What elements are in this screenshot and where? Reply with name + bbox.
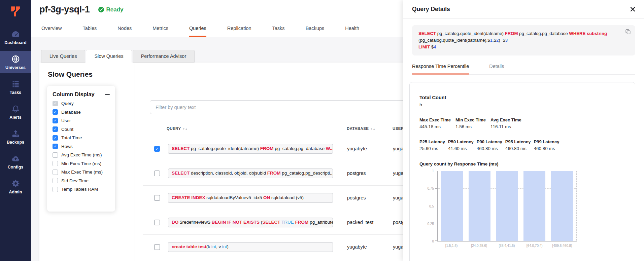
- query-details-panel: Query Details SELECT pg_catalog.quote_id…: [403, 0, 644, 261]
- y-tick-mark: [435, 188, 437, 189]
- checkbox[interactable]: [53, 170, 58, 175]
- column-header-query[interactable]: QUERY▼▲: [167, 126, 188, 130]
- exec-stat: Min Exec Time1.56 ms: [455, 117, 486, 129]
- query-cell[interactable]: SELECT pg_catalog.quote_ident(datname) F…: [168, 144, 333, 154]
- chart-bar[interactable]: [551, 171, 573, 241]
- column-option-max-exec-time-ms-[interactable]: Max Exec Time (ms): [53, 170, 110, 175]
- checkbox[interactable]: ✓: [53, 118, 58, 123]
- row-checkbox[interactable]: [154, 195, 160, 201]
- sort-icon[interactable]: ▼▲: [370, 127, 375, 130]
- total-count-value: 5: [419, 102, 621, 107]
- collapse-icon[interactable]: [105, 94, 110, 95]
- checkbox[interactable]: ✓: [53, 101, 58, 106]
- column-option-avg-exec-time-ms-[interactable]: Avg Exec Time (ms): [53, 152, 110, 158]
- tab-replication[interactable]: Replication: [227, 19, 251, 37]
- sidebar: DashboardUniversesTasksAlertsBackupsConf…: [0, 0, 31, 261]
- checkbox[interactable]: ✓: [53, 126, 58, 132]
- row-checkbox[interactable]: ✓: [154, 146, 160, 152]
- subtab-performance-advisor[interactable]: Performance Advisor: [133, 50, 195, 63]
- query-cell[interactable]: DO $redefineview$ BEGIN IF NOT EXISTS (S…: [168, 218, 333, 227]
- sql-line: (pg_catalog.quote_ident(datname),$1,$2)=…: [418, 37, 620, 44]
- tab-nodes[interactable]: Nodes: [117, 19, 132, 37]
- column-option-label: Database: [61, 110, 81, 115]
- checkbox[interactable]: ✓: [53, 109, 58, 115]
- x-tick-label: [1.5,1.6): [440, 244, 463, 248]
- panel-tab-response-time-percentile[interactable]: Response Time Percentile: [412, 64, 469, 75]
- sidebar-item-alerts[interactable]: Alerts: [0, 101, 31, 123]
- chart-bar[interactable]: [441, 171, 463, 241]
- database-cell: postgres: [347, 171, 393, 176]
- y-tick-label: 0.5: [419, 204, 434, 208]
- chart-bar[interactable]: [469, 171, 491, 241]
- chart-bar[interactable]: [523, 171, 546, 241]
- sidebar-item-configs[interactable]: Configs: [0, 151, 31, 173]
- checkbox[interactable]: ✓: [53, 144, 58, 149]
- sort-icon[interactable]: ▼▲: [182, 127, 188, 130]
- y-tick-mark: [435, 206, 437, 206]
- exec-stat: Max Exec Time445.18 ms: [419, 117, 451, 129]
- database-cell: postgres: [347, 195, 393, 200]
- panel-tab-details[interactable]: Details: [489, 64, 504, 75]
- sidebar-item-dashboard[interactable]: Dashboard: [0, 26, 31, 48]
- tab-backups[interactable]: Backups: [306, 19, 325, 37]
- checkbox[interactable]: [53, 152, 58, 158]
- checkbox[interactable]: [53, 187, 58, 192]
- tasks-icon: [1, 79, 30, 88]
- sidebar-nav: DashboardUniversesTasksAlertsBackupsConf…: [0, 26, 31, 197]
- sidebar-item-label: Dashboard: [1, 40, 30, 45]
- column-option-temp-tables-ram[interactable]: Temp Tables RAM: [53, 187, 110, 192]
- column-option-label: Avg Exec Time (ms): [61, 152, 102, 157]
- y-tick-mark: [435, 171, 437, 171]
- chart-bar[interactable]: [496, 171, 518, 241]
- close-icon[interactable]: [630, 7, 635, 12]
- row-checkbox[interactable]: [154, 244, 160, 250]
- column-option-count[interactable]: ✓Count: [53, 126, 110, 132]
- subtab-slow-queries[interactable]: Slow Queries: [86, 50, 132, 63]
- column-option-user[interactable]: ✓User: [53, 118, 110, 123]
- row-checkbox[interactable]: [154, 171, 160, 176]
- column-option-rows[interactable]: ✓Rows: [53, 144, 110, 149]
- tab-queries[interactable]: Queries: [189, 19, 206, 37]
- sidebar-item-universes[interactable]: Universes: [0, 51, 31, 73]
- percentile-card: Total Count 5 Max Exec Time445.18 msMin …: [409, 82, 635, 261]
- sidebar-item-backups[interactable]: Backups: [0, 126, 31, 148]
- database-cell: yugabyte: [347, 146, 393, 151]
- query-filter-input[interactable]: [150, 100, 407, 114]
- tab-health[interactable]: Health: [345, 19, 359, 37]
- y-tick-mark: [435, 223, 437, 223]
- queries-subtabs: Live QueriesSlow QueriesPerformance Advi…: [41, 50, 195, 63]
- column-option-query[interactable]: ✓Query: [53, 101, 110, 106]
- sidebar-item-tasks[interactable]: Tasks: [0, 76, 31, 98]
- row-checkbox[interactable]: [154, 220, 160, 225]
- query-cell[interactable]: CREATE INDEX sqldataloadByValuev5_idx5 O…: [168, 193, 333, 203]
- yugabyte-logo-icon[interactable]: [8, 4, 23, 19]
- check-circle-icon: [98, 7, 104, 12]
- y-tick-label: 0: [419, 239, 434, 243]
- copy-icon[interactable]: [625, 29, 631, 37]
- tab-metrics[interactable]: Metrics: [152, 19, 168, 37]
- column-option-database[interactable]: ✓Database: [53, 109, 110, 115]
- checkbox[interactable]: [53, 161, 58, 166]
- status-label: Ready: [106, 6, 123, 13]
- column-option-min-exec-time-ms-[interactable]: Min Exec Time (ms): [53, 161, 110, 166]
- sql-statement: SELECT pg_catalog.quote_ident(datname) F…: [418, 30, 620, 50]
- column-option-std-dev-time[interactable]: Std Dev Time: [53, 178, 110, 183]
- column-option-label: Rows: [61, 144, 73, 149]
- sidebar-item-admin[interactable]: Admin: [0, 176, 31, 197]
- x-tick-label: [409.6,460.8): [551, 244, 573, 248]
- column-header-database[interactable]: DATABASE▼▲: [347, 126, 375, 130]
- checkbox[interactable]: ✓: [53, 135, 58, 141]
- query-cell[interactable]: create table test(k int, v int): [168, 242, 333, 252]
- query-cell[interactable]: SELECT description, classoid, objoid, ob…: [168, 169, 333, 178]
- checkbox[interactable]: [53, 178, 58, 183]
- sql-statement-box: SELECT pg_catalog.quote_ident(datname) F…: [412, 25, 635, 55]
- y-tick-label: 1: [419, 169, 434, 173]
- column-option-total-time[interactable]: ✓Total Time: [53, 135, 110, 141]
- tab-tables[interactable]: Tables: [82, 19, 97, 37]
- configs-icon: [1, 154, 30, 163]
- tab-tasks[interactable]: Tasks: [272, 19, 285, 37]
- subtab-live-queries[interactable]: Live Queries: [41, 50, 85, 63]
- tab-overview[interactable]: Overview: [41, 19, 62, 37]
- sql-line: SELECT pg_catalog.quote_ident(datname) F…: [418, 30, 620, 37]
- column-option-label: Temp Tables RAM: [61, 187, 98, 192]
